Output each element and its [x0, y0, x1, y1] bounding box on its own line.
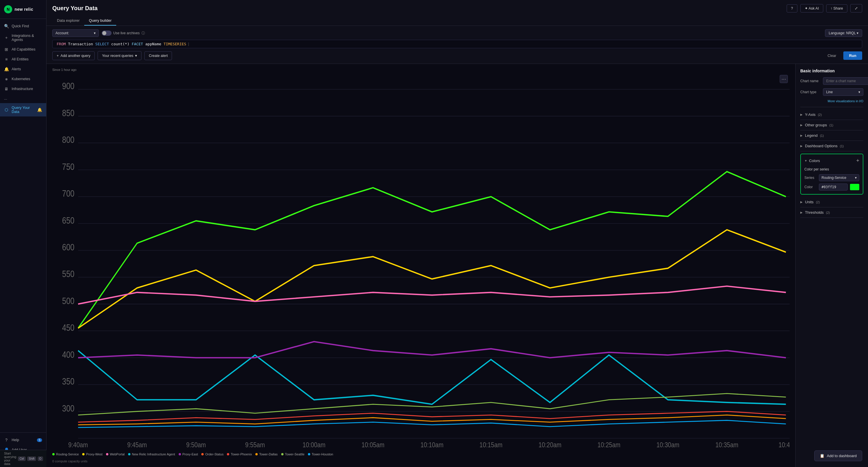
chart-name-label: Chart name [800, 79, 820, 83]
add-query-button[interactable]: + Add another query [52, 52, 95, 60]
lang-chevron-icon: ▾ [857, 31, 859, 35]
help-button[interactable]: ? [787, 4, 798, 12]
chart-type-label: Chart type [800, 90, 820, 94]
color-label: Color [804, 185, 816, 189]
account-select[interactable]: Account: ▾ [52, 29, 99, 37]
series-label: Series [804, 176, 816, 180]
series-row: Series Routing-Service ▾ [804, 174, 859, 181]
svg-text:300: 300 [62, 403, 74, 413]
sidebar-item-capabilities[interactable]: ⊞ All Capabilities [0, 44, 46, 54]
add-to-dashboard-button[interactable]: 📋 Add to dashboard [814, 450, 862, 461]
sidebar-label-alerts: Alerts [11, 67, 21, 71]
dashboard-options-label: Dashboard Options [805, 144, 837, 148]
y-axis-label: Y-Axis [805, 113, 815, 117]
units-section[interactable]: ▶ Units (2) [800, 197, 863, 207]
legend-label: Tower-Dallas [259, 453, 278, 456]
legend-order-status: Order-Status [201, 453, 223, 456]
chevron-right-icon: ▶ [800, 211, 803, 214]
query-input[interactable]: FROM Transaction SELECT count(*) FACET a… [52, 40, 862, 48]
dashboard-options-section[interactable]: ▶ Dashboard Options (1) [800, 141, 863, 151]
thresholds-section[interactable]: ▶ Thresholds (2) [800, 207, 863, 218]
query-bar: Account: ▾ Use live archives ⓘ Language:… [46, 26, 868, 64]
chart-type-select[interactable]: Line ▾ [823, 88, 863, 96]
legend-label: WebPortal [110, 453, 125, 456]
sidebar-item-alerts[interactable]: 🔔 Alerts [0, 64, 46, 74]
svg-text:10:10am: 10:10am [421, 441, 443, 449]
main-content: Query Your Data ? ✦ Ask AI ↑ Share ⤢ Dat… [46, 0, 868, 467]
chart-type-chevron-icon: ▾ [859, 90, 860, 94]
legend-dot [106, 453, 108, 456]
legend-section-label: Legend [805, 133, 817, 138]
legend-label: Tower-Houston [312, 453, 333, 456]
legend-label: Tower-Seattle [285, 453, 304, 456]
kbd-ctrl: Ctrl [18, 457, 26, 461]
sidebar-item-query[interactable]: ⬡ Query Your Data 🔔 [0, 103, 46, 117]
live-archives-label: Use live archives [113, 31, 140, 35]
header-actions: ? ✦ Ask AI ↑ Share ⤢ [787, 4, 862, 12]
chart-type-row: Chart type Line ▾ [800, 88, 863, 96]
chevron-down-icon: ▼ [804, 159, 807, 162]
query-from: FROM [57, 42, 66, 46]
ask-ai-button[interactable]: ✦ Ask AI [800, 4, 823, 12]
svg-text:700: 700 [62, 188, 74, 199]
run-button[interactable]: Run [843, 52, 862, 60]
series-value: Routing-Service [822, 176, 846, 180]
create-alert-button[interactable]: Create alert [144, 52, 172, 60]
share-button[interactable]: ↑ Share [826, 4, 847, 12]
query-select: SELECT [95, 42, 109, 46]
chevron-right-icon: ▶ [800, 123, 803, 127]
other-groups-section[interactable]: ▶ Other groups (1) [800, 120, 863, 130]
logo-icon: N [4, 5, 12, 13]
recent-queries-button[interactable]: Your recent queries ▾ [98, 51, 142, 60]
chart-more-button[interactable]: ⋯ [780, 75, 788, 83]
legend-section[interactable]: ▶ Legend (1) [800, 130, 863, 141]
legend-tower-houston: Tower-Houston [308, 453, 333, 456]
legend-dot [128, 453, 130, 456]
tab-query-builder[interactable]: Query builder [84, 16, 116, 26]
legend-label: Tower-Phoenix [231, 453, 252, 456]
logo-text: new relic [14, 7, 33, 11]
query-top-row: Account: ▾ Use live archives ⓘ Language:… [52, 29, 862, 37]
chart-legend: Routing-Service Proxy-West WebPortal New… [52, 450, 789, 458]
svg-text:400: 400 [62, 349, 74, 360]
series-select[interactable]: Routing-Service ▾ [819, 174, 859, 181]
query-actions: + Add another query Your recent queries … [52, 51, 862, 60]
svg-text:10:15am: 10:15am [479, 441, 502, 449]
sidebar-label-capabilities: All Capabilities [11, 47, 35, 52]
sidebar-item-integrations[interactable]: ＋ Integrations & Agents [0, 31, 46, 44]
sidebar-item-kubernetes[interactable]: ⎈ Kubernetes [0, 74, 46, 84]
svg-text:750: 750 [62, 161, 74, 172]
live-archives-toggle-wrap: Use live archives ⓘ [102, 31, 145, 36]
sidebar-item-quick-find[interactable]: 🔍 Quick Find [0, 21, 46, 31]
sidebar-item-more[interactable]: ... [0, 94, 46, 103]
add-color-button[interactable]: + [856, 158, 859, 164]
external-link-button[interactable]: ⤢ [850, 4, 862, 12]
status-bar: Start querying your data Ctrl Shift O [0, 450, 46, 467]
help-icon: ? [4, 438, 9, 442]
legend-tower-seattle: Tower-Seattle [281, 453, 304, 456]
tab-bar: Data explorer Query builder [52, 16, 862, 26]
clear-button[interactable]: Clear [824, 52, 840, 60]
svg-text:10:20am: 10:20am [538, 441, 561, 449]
chart-name-row: Chart name [800, 77, 863, 85]
live-archives-toggle[interactable] [102, 31, 112, 36]
chart-type-value: Line [826, 90, 833, 94]
y-axis-section[interactable]: ▶ Y-Axis (2) [800, 110, 863, 120]
language-select[interactable]: Language: NRQL ▾ [825, 29, 862, 37]
query-entity: Transaction [68, 42, 93, 46]
svg-text:10:05am: 10:05am [362, 441, 384, 449]
chart-name-input[interactable] [823, 77, 868, 85]
chevron-down-icon: ▾ [94, 31, 96, 35]
series-chevron-icon: ▾ [855, 176, 857, 180]
tab-data-explorer[interactable]: Data explorer [52, 16, 84, 26]
svg-text:9:55am: 9:55am [245, 441, 265, 449]
other-groups-label: Other groups [805, 123, 827, 127]
sidebar-item-infrastructure[interactable]: 🖥 Infrastructure [0, 84, 46, 94]
svg-text:500: 500 [62, 296, 74, 306]
more-viz-link[interactable]: More visualizations in I/O [800, 99, 863, 103]
sidebar-item-entities[interactable]: ≡ All Entities [0, 54, 46, 64]
sidebar-item-help[interactable]: ? Help 5 [0, 435, 46, 445]
server-icon: 🖥 [4, 87, 9, 91]
color-swatch[interactable] [850, 184, 859, 190]
svg-text:350: 350 [62, 376, 74, 386]
